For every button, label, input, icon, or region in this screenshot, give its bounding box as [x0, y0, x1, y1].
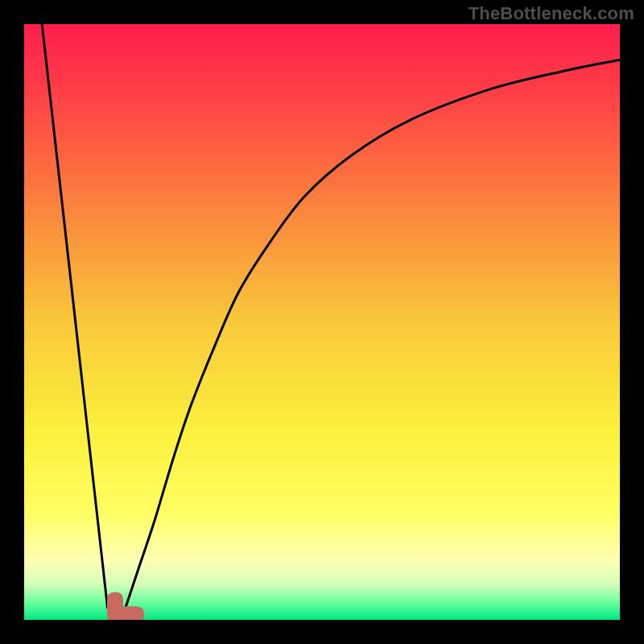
- gradient-background: [24, 24, 620, 620]
- watermark-text: TheBottleneck.com: [469, 3, 634, 24]
- bottleneck-chart: [24, 24, 620, 620]
- chart-frame: TheBottleneck.com: [0, 0, 644, 644]
- plot-area: [24, 24, 620, 620]
